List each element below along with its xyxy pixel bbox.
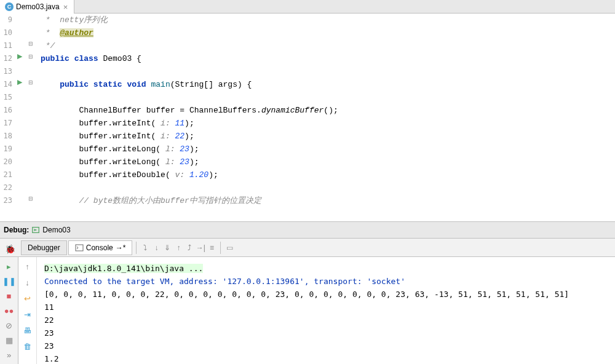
step-out-icon[interactable]: ↑ — [173, 243, 183, 253]
console-line: 1.2 — [44, 352, 608, 364]
debug-panel-header: Debug: Demo03 — [0, 221, 615, 239]
scroll-end-icon[interactable]: ⇥ — [22, 309, 33, 320]
console-line: 22 — [44, 314, 608, 326]
line-number-gutter: 9 10 11 12 13 14 15 16 17 18 19 20 21 22… — [0, 14, 16, 221]
pause-icon[interactable]: ❚❚ — [4, 275, 15, 287]
force-step-into-icon[interactable]: ⇓ — [162, 243, 172, 253]
debug-label: Debug: — [4, 226, 29, 234]
stop-icon[interactable]: ■ — [4, 290, 15, 301]
step-over-icon[interactable]: ⤵ — [140, 243, 150, 253]
console-output[interactable]: D:\java\jdk1.8.0_141\bin\java ... Connec… — [37, 257, 615, 364]
debug-left-toolbar: ▶ ▸ ❚❚ ■ ●● ⊘ ▦ » — [0, 257, 18, 364]
console-icon — [75, 243, 84, 252]
run-class-icon[interactable]: ▶ — [17, 52, 22, 60]
debug-toolbar: Debugger Console →* ⤵ ↓ ⇓ ↑ ⤴ →| ≡ ▭ — [0, 239, 615, 257]
resume-icon[interactable]: ▸ — [4, 261, 15, 272]
svg-rect-1 — [76, 245, 83, 251]
up-icon[interactable]: ↑ — [22, 261, 33, 272]
fold-icon[interactable]: ⊟ — [28, 53, 33, 60]
console-area: ▶ ▸ ❚❚ ■ ●● ⊘ ▦ » ↑ ↓ ↩ ⇥ 🖶 🗑 D:\java\jd… — [0, 257, 615, 364]
pin-icon: →* — [116, 243, 126, 252]
author-tag: @author — [60, 28, 93, 38]
editor-tab-bar: C Demo03.java × — [0, 0, 615, 14]
console-line: [0, 0, 0, 11, 0, 0, 0, 22, 0, 0, 0, 0, 0… — [44, 288, 608, 301]
command-line: D:\java\jdk1.8.0_141\bin\java ... — [44, 264, 203, 273]
debugger-tab[interactable]: Debugger — [21, 240, 67, 255]
step-into-icon[interactable]: ↓ — [151, 243, 161, 253]
console-side-toolbar: ↑ ↓ ↩ ⇥ 🖶 🗑 — [18, 257, 37, 364]
console-tab[interactable]: Console →* — [68, 240, 133, 255]
clear-icon[interactable]: 🗑 — [22, 341, 33, 352]
vm-connect-line: Connected to the target VM, address: '12… — [44, 275, 608, 288]
code-content[interactable]: * netty序列化 * @author */ public class Dem… — [41, 14, 615, 221]
console-line: 23 — [44, 326, 608, 339]
evaluate-icon[interactable]: ≡ — [207, 243, 216, 253]
soft-wrap-icon[interactable]: ↩ — [22, 293, 33, 304]
editor-tab[interactable]: C Demo03.java × — [0, 0, 74, 14]
down-icon[interactable]: ↓ — [22, 277, 33, 288]
run-method-icon[interactable]: ▶ — [17, 78, 22, 86]
console-line: 23 — [44, 339, 608, 352]
drop-frame-icon[interactable]: ⤴ — [184, 243, 194, 253]
mute-breakpoints-icon[interactable]: ⊘ — [4, 320, 15, 331]
code-editor[interactable]: 9 10 11 12 13 14 15 16 17 18 19 20 21 22… — [0, 14, 615, 221]
run-to-cursor-icon[interactable]: →| — [196, 243, 205, 253]
tab-filename: Demo03.java — [16, 2, 60, 11]
debug-config-icon — [31, 226, 40, 234]
fold-up-icon[interactable]: ⊟ — [28, 41, 33, 47]
close-icon[interactable]: × — [62, 2, 69, 12]
print-icon[interactable]: 🖶 — [22, 325, 33, 336]
fold-up-icon[interactable]: ⊟ — [28, 196, 33, 202]
java-class-icon: C — [5, 2, 14, 11]
debug-target: Demo03 — [42, 226, 70, 234]
debug-bug-icon[interactable]: 🐞 — [5, 244, 15, 254]
toolbar-icon[interactable]: ▭ — [224, 243, 234, 253]
console-line: 11 — [44, 301, 608, 314]
more-icon[interactable]: » — [4, 349, 15, 360]
run-gutter: ▶ ▶ — [16, 14, 27, 221]
fold-gutter: ⊟ ⊟ ⊟ ⊟ — [27, 14, 41, 221]
view-breakpoints-icon[interactable]: ●● — [4, 305, 15, 316]
settings-icon[interactable]: ▦ — [4, 334, 15, 346]
fold-icon[interactable]: ⊟ — [28, 79, 33, 85]
